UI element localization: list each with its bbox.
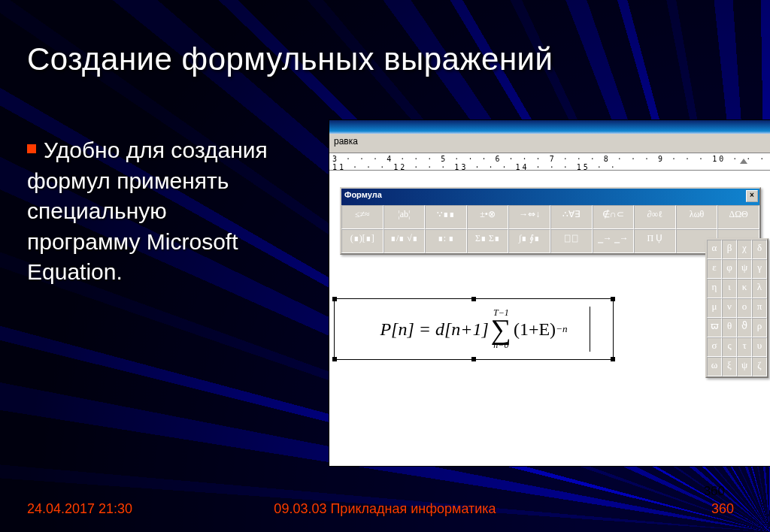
greek-eps[interactable]: ε <box>707 259 722 279</box>
palette-summation[interactable]: Σ∎ Σ∎ <box>467 229 509 253</box>
slide-body: Удобно для создания формул применять спе… <box>27 135 268 288</box>
palette-greek-upper[interactable]: ΔΩΘ <box>717 205 759 229</box>
embedded-screenshot: равка 3 · · · 4 · · · 5 · · · 6 · · · 7 … <box>329 120 770 466</box>
palette-subsup[interactable]: ∎: ∎ <box>425 229 467 253</box>
ruler-tab-icon <box>740 159 747 164</box>
greek-tau[interactable]: τ <box>737 337 752 357</box>
greek-omicron[interactable]: ο <box>737 298 752 318</box>
word-document-area: Формула × ≤≠≈ ¦ab¦ ∵∎∎ ±•⊗ →⇔↓ ∴∀∃ ∉∩⊂ ∂… <box>329 171 770 426</box>
greek-varpi[interactable]: ϖ <box>707 318 722 337</box>
greek-beta[interactable]: β <box>722 240 737 259</box>
equation-toolbar-window[interactable]: Формула × ≤≠≈ ¦ab¦ ∵∎∎ ±•⊗ →⇔↓ ∴∀∃ ∉∩⊂ ∂… <box>340 187 761 255</box>
footer-page: 360 <box>711 501 734 517</box>
sigma-icon: ∑ T−1 n=0 <box>491 318 511 340</box>
palette-relations[interactable]: ≤≠≈ <box>341 205 383 229</box>
slide-title: Создание формульных выражений <box>27 41 553 77</box>
palette-logic[interactable]: ∴∀∃ <box>550 205 593 229</box>
greek-omega[interactable]: ω <box>707 357 722 376</box>
word-ruler: 3 · · · 4 · · · 5 · · · 6 · · · 7 · · · … <box>329 153 770 171</box>
equation-toolbar-row2: (∎)[∎] ∎/∎ √∎ ∎: ∎ Σ∎ Σ∎ ∫∎ ∮∎ ⎕ ⎕ ⎯→ ⎯→… <box>341 229 759 253</box>
palette-fences[interactable]: (∎)[∎] <box>341 229 383 253</box>
page-number-shadow: 360 <box>704 484 725 499</box>
palette-spaces[interactable]: ¦ab¦ <box>383 205 426 229</box>
palette-operators[interactable]: ±•⊗ <box>467 205 509 229</box>
ruler-ticks: 3 · · · 4 · · · 5 · · · 6 · · · 7 · · · … <box>332 155 766 171</box>
equation-object[interactable]: P[n] = d[n+1] ∑ T−1 n=0 (1+E)−n <box>334 298 614 360</box>
sigma-lower: n=0 <box>493 340 508 351</box>
palette-greek-lower[interactable]: λωθ <box>676 205 718 229</box>
word-titlebar <box>329 120 770 134</box>
greek-sigma[interactable]: σ <box>707 337 722 357</box>
word-menubar: равка <box>329 134 770 153</box>
greek-zeta[interactable]: ζ <box>752 357 767 376</box>
greek-xi[interactable]: ξ <box>722 357 737 376</box>
greek-rho[interactable]: ρ <box>752 318 767 337</box>
palette-misc[interactable]: ∂∞ℓ <box>634 205 676 229</box>
close-icon[interactable]: × <box>746 190 758 202</box>
greek-iota[interactable]: ι <box>722 279 737 298</box>
greek-alpha[interactable]: α <box>707 240 722 259</box>
bullet-icon <box>27 144 36 153</box>
formula-rhs-exp: −n <box>556 323 568 335</box>
greek-eta[interactable]: η <box>707 279 722 298</box>
palette-arrows[interactable]: →⇔↓ <box>508 205 550 229</box>
palette-bars[interactable]: ⎕ ⎕ <box>550 229 593 253</box>
greek-upsilon[interactable]: υ <box>752 337 767 357</box>
palette-labeled-arrows[interactable]: ⎯→ ⎯→ <box>593 229 635 253</box>
footer-date: 24.04.2017 21:30 <box>27 501 132 517</box>
greek-dropdown[interactable]: αβχδ εφψγ ηικλ μνοπ ϖθϑρ σςτυ ωξψζ <box>705 238 768 378</box>
greek-lambda[interactable]: λ <box>752 279 767 298</box>
greek-nu[interactable]: ν <box>722 298 737 318</box>
slide-footer: 360 24.04.2017 21:30 09.03.03 Прикладная… <box>0 496 770 518</box>
equation-toolbar-row1: ≤≠≈ ¦ab¦ ∵∎∎ ±•⊗ →⇔↓ ∴∀∃ ∉∩⊂ ∂∞ℓ λωθ ΔΩΘ <box>341 205 759 229</box>
greek-mu[interactable]: μ <box>707 298 722 318</box>
palette-embellish[interactable]: ∵∎∎ <box>425 205 467 229</box>
formula-lhs: P[n] = d[n+1] <box>380 319 488 340</box>
equation-formula: P[n] = d[n+1] ∑ T−1 n=0 (1+E)−n <box>335 299 613 359</box>
palette-set[interactable]: ∉∩⊂ <box>593 205 635 229</box>
text-cursor-icon <box>590 307 590 352</box>
palette-integrals[interactable]: ∫∎ ∮∎ <box>508 229 550 253</box>
equation-toolbar-title-text: Формула <box>344 190 382 199</box>
formula-rhs-base: (1+E) <box>514 319 556 340</box>
greek-gamma[interactable]: γ <box>752 259 767 279</box>
greek-psi2[interactable]: ψ <box>737 357 752 376</box>
palette-fractions[interactable]: ∎/∎ √∎ <box>383 229 426 253</box>
palette-products[interactable]: Π Ụ <box>634 229 676 253</box>
slide: Создание формульных выражений Удобно для… <box>0 0 770 532</box>
greek-varsigma[interactable]: ς <box>722 337 737 357</box>
greek-psi[interactable]: ψ <box>737 259 752 279</box>
sigma-upper: T−1 <box>493 307 509 319</box>
greek-phi[interactable]: φ <box>722 259 737 279</box>
equation-toolbar-title[interactable]: Формула × <box>341 189 759 205</box>
greek-theta[interactable]: θ <box>722 318 737 337</box>
greek-kappa[interactable]: κ <box>737 279 752 298</box>
greek-delta[interactable]: δ <box>752 240 767 259</box>
greek-pi[interactable]: π <box>752 298 767 318</box>
footer-course: 09.03.03 Прикладная информатика <box>274 501 496 517</box>
greek-chi[interactable]: χ <box>737 240 752 259</box>
body-text: Удобно для создания формул применять спе… <box>27 138 268 284</box>
greek-vartheta[interactable]: ϑ <box>737 318 752 337</box>
